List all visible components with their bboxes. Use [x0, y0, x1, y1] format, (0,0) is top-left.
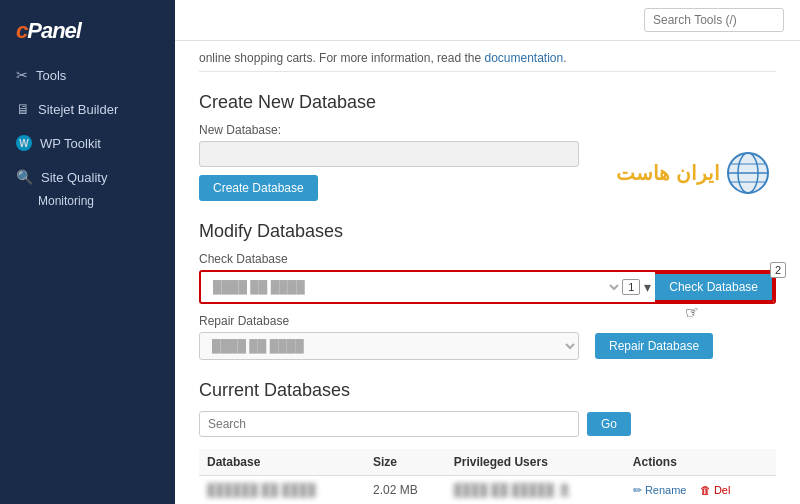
intro-text: online shopping carts. For more informat…	[199, 41, 776, 72]
modify-db-title: Modify Databases	[199, 221, 776, 242]
search-tools-input[interactable]	[644, 8, 784, 32]
sidebar: cPanel ✂ Tools 🖥 Sitejet Builder W WP To…	[0, 0, 175, 504]
table-row: ██████ ██ ████ 2.02 MB ████ ██ █████ 👤 ✏…	[199, 476, 776, 505]
create-database-button[interactable]: Create Database	[199, 175, 318, 201]
create-db-title: Create New Database	[199, 92, 776, 113]
sidebar-item-sitejet[interactable]: 🖥 Sitejet Builder	[0, 92, 175, 126]
repair-database-button[interactable]: Repair Database	[595, 333, 713, 359]
db-search-input[interactable]	[199, 411, 579, 437]
badge-1: 1	[622, 279, 640, 295]
rename-link[interactable]: ✏ Rename	[633, 484, 687, 496]
col-users: Privileged Users	[446, 449, 625, 476]
sidebar-item-tools[interactable]: ✂ Tools	[0, 58, 175, 92]
search-row: Go	[199, 411, 776, 437]
content-area: ایران هاست online shopping carts. For mo…	[175, 41, 800, 504]
sidebar-item-sitejet-label: Sitejet Builder	[38, 102, 118, 117]
go-button[interactable]: Go	[587, 412, 631, 436]
sidebar-item-wptoolkit[interactable]: W WP Toolkit	[0, 126, 175, 160]
check-db-row: ████ ██ ████ 1 ▾ Check Database 2 ☞	[199, 270, 776, 304]
sitequality-icon: 🔍	[16, 169, 33, 185]
documentation-link[interactable]: documentation	[484, 51, 563, 65]
modify-db-section: Modify Databases Check Database ████ ██ …	[199, 221, 776, 360]
sidebar-item-sitequality[interactable]: 🔍 Site Quality	[0, 160, 175, 194]
col-size: Size	[365, 449, 446, 476]
current-db-section: Current Databases Go Database Size Privi…	[199, 380, 776, 504]
db-users-cell: ████ ██ █████ 👤	[446, 476, 625, 505]
current-db-title: Current Databases	[199, 380, 776, 401]
watermark-text: ایران هاست	[616, 161, 720, 185]
db-name-cell: ██████ ██ ████	[199, 476, 365, 505]
wp-icon: W	[16, 135, 32, 151]
sidebar-item-monitoring[interactable]: Monitoring	[0, 194, 175, 216]
database-table: Database Size Privileged Users Actions █…	[199, 449, 776, 504]
new-db-input[interactable]	[199, 141, 579, 167]
cursor-icon: ☞	[684, 302, 701, 323]
sidebar-item-wp-label: WP Toolkit	[40, 136, 101, 151]
db-actions-cell: ✏ Rename 🗑 Del	[625, 476, 776, 505]
main-content: ایران هاست online shopping carts. For mo…	[175, 0, 800, 504]
col-actions: Actions	[625, 449, 776, 476]
badge-2: 2	[770, 262, 786, 278]
topbar	[175, 0, 800, 41]
db-size-cell: 2.02 MB	[365, 476, 446, 505]
repair-db-select[interactable]: ████ ██ ████	[199, 332, 579, 360]
check-db-select[interactable]: ████ ██ ████	[201, 274, 622, 300]
watermark: ایران هاست	[616, 151, 770, 195]
watermark-globe-icon	[726, 151, 770, 195]
col-database: Database	[199, 449, 365, 476]
check-db-label: Check Database	[199, 252, 776, 266]
delete-link[interactable]: 🗑 Del	[700, 484, 731, 496]
new-db-label: New Database:	[199, 123, 776, 137]
check-database-button[interactable]: Check Database	[655, 272, 774, 302]
tools-icon: ✂	[16, 67, 28, 83]
sidebar-item-tools-label: Tools	[36, 68, 66, 83]
cpanel-logo: cPanel	[0, 0, 175, 58]
sitejet-icon: 🖥	[16, 101, 30, 117]
sidebar-item-sitequality-label: Site Quality	[41, 170, 107, 185]
